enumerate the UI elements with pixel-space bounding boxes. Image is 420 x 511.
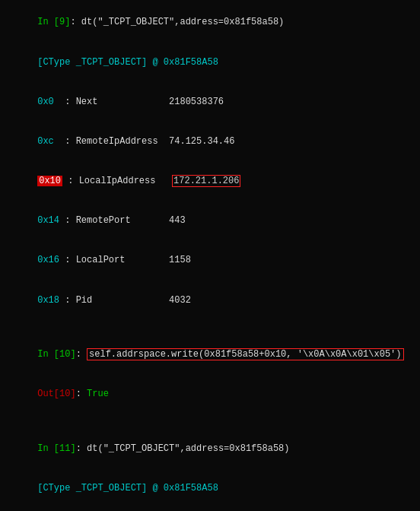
offset-highlight-9: 0x10 xyxy=(37,176,62,186)
in-code-9: dt("_TCPT_OBJECT",address=0x81f58a58) xyxy=(81,17,284,27)
field-9-5: 0x18 : Pid 4032 xyxy=(5,281,415,320)
out-num-10: 10 xyxy=(59,389,70,399)
field-9-2: 0x10 : LocalIpAddress 172.21.1.206 xyxy=(5,162,415,202)
terminal: In [9]: dt("_TCPT_OBJECT",address=0x81f5… xyxy=(0,0,420,511)
field-9-3: 0x14 : RemotePort 443 xyxy=(5,202,415,241)
in-num-11: 11 xyxy=(59,443,70,454)
field-9-1: 0xc : RemoteIpAddress 74.125.34.46 xyxy=(5,122,415,162)
in-code-10: self.addrspace.write(0x81f58a58+0x10, '\… xyxy=(89,349,401,360)
out-val-10: True xyxy=(87,389,109,399)
ctype-11: [CType _TCPT_OBJECT] @ 0x81F58A58 xyxy=(5,469,415,509)
block-10-out: Out[10]: True xyxy=(5,375,415,414)
block-10-in: In [10]: self.addrspace.write(0x81f58a58… xyxy=(5,335,415,375)
block-9: In [9]: dt("_TCPT_OBJECT",address=0x81f5… xyxy=(5,3,415,320)
ctype-9: [CType _TCPT_OBJECT] @ 0x81F58A58 xyxy=(5,43,415,82)
in-prompt-9: In [ xyxy=(37,17,59,27)
field-9-0: 0x0 : Next 2180538376 xyxy=(5,82,415,122)
field-9-4: 0x16 : LocalPort 1158 xyxy=(5,241,415,281)
block-11: In [11]: dt("_TCPT_OBJECT",address=0x81f… xyxy=(5,430,415,512)
in-num-10: 10 xyxy=(59,349,70,360)
in-code-box-10: self.addrspace.write(0x81f58a58+0x10, '\… xyxy=(87,348,403,360)
in-code-11: dt("_TCPT_OBJECT",address=0x81f58a58) xyxy=(87,443,289,454)
block-9-in: In [9]: dt("_TCPT_OBJECT",address=0x81f5… xyxy=(5,3,415,43)
block-10: In [10]: self.addrspace.write(0x81f58a58… xyxy=(5,335,415,414)
block-11-in: In [11]: dt("_TCPT_OBJECT",address=0x81f… xyxy=(5,430,415,469)
ip-highlight-9: 172.21.1.206 xyxy=(172,175,240,187)
